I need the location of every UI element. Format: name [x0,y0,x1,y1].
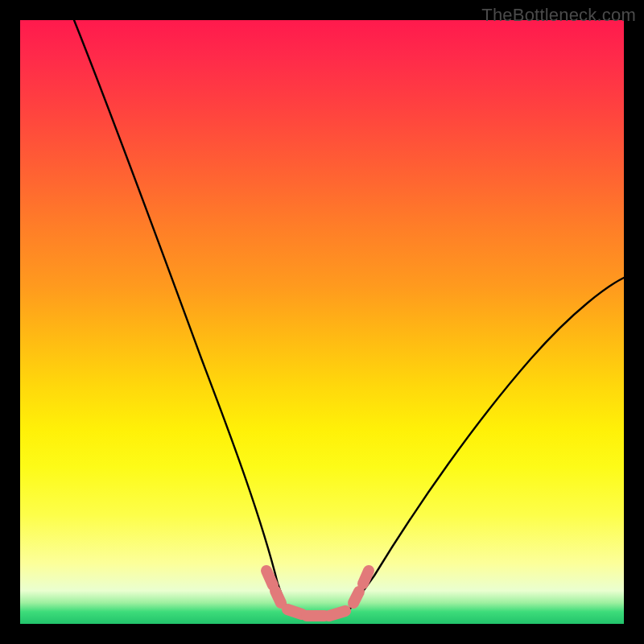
left-curve [74,20,287,609]
right-curve [350,278,624,609]
chart-curves-svg [20,20,624,624]
watermark-text: TheBottleneck.com [481,5,636,26]
chart-frame: TheBottleneck.com [0,0,644,644]
marker-band [266,571,369,616]
